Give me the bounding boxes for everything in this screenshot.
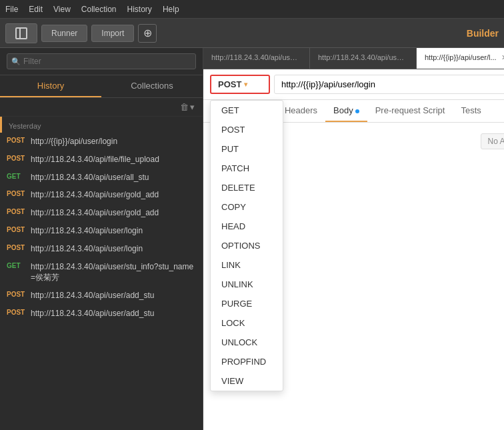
search-bar: 🔍 <box>0 48 203 75</box>
history-url: http://118.24.3.40/api/user/add_stu <box>31 290 154 301</box>
request-tabs-row: http://118.24.3.40/api/user... http://11… <box>203 48 504 69</box>
history-url: http://118.24.3.40/api/user/all_stu <box>31 172 149 183</box>
history-url: http://{{ip}}/api/user/login <box>31 136 117 147</box>
menu-edit[interactable]: Edit <box>29 5 43 14</box>
request-tab-1-url: http://118.24.3.40/api/user... <box>318 53 409 61</box>
menu-view[interactable]: View <box>53 5 71 14</box>
dropdown-arrow-icon: ▾ <box>190 102 195 112</box>
tab-history[interactable]: History <box>0 75 101 97</box>
dropdown-method-item[interactable]: POST <box>211 120 283 139</box>
history-item[interactable]: GET http://118.24.3.40/api/user/all_stu <box>0 169 203 187</box>
sub-tab-pre-request-script[interactable]: Pre-request Script <box>367 100 453 122</box>
menu-history[interactable]: History <box>127 5 152 14</box>
toolbar: Runner Import ⊕ Builder <box>0 19 504 48</box>
dropdown-method-item[interactable]: UNLOCK <box>211 333 283 352</box>
history-item[interactable]: POST http://{{ip}}/api/user/login <box>0 133 203 151</box>
dropdown-method-item[interactable]: PROPFIND <box>211 352 283 371</box>
history-item[interactable]: POST http://118.24.3.40/api/user/login <box>0 240 203 258</box>
history-item[interactable]: POST http://118.24.3.40/api/user/add_stu <box>0 305 203 323</box>
dropdown-method-item[interactable]: PURGE <box>211 294 283 313</box>
history-list: Yesterday POST http://{{ip}}/api/user/lo… <box>0 117 203 430</box>
sidebar: 🔍 History Collections 🗑 ▾ Yesterday POST… <box>0 48 203 430</box>
menu-bar: File Edit View Collection History Help <box>0 0 504 19</box>
sub-tab-body[interactable]: Body <box>325 100 367 122</box>
dropdown-method-item[interactable]: GET <box>211 101 283 120</box>
request-tab-0-url: http://118.24.3.40/api/user... <box>211 53 302 61</box>
builder-label: Builder <box>467 28 499 39</box>
method-dropdown-menu: GETPOSTPUTPATCHDELETECOPYHEADOPTIONSLINK… <box>210 100 283 391</box>
sidebar-tabs: History Collections <box>0 75 203 98</box>
method-badge: POST <box>7 290 27 298</box>
history-url: http://118.24.3.40/api/user/stu_info?stu… <box>31 261 196 284</box>
history-url: http://118.24.3.40/api/user/gold_add <box>31 189 159 201</box>
method-badge: GET <box>7 261 27 269</box>
method-badge: POST <box>7 207 27 215</box>
history-item[interactable]: POST http://118.24.3.40/api/user/gold_ad… <box>0 186 203 204</box>
search-input[interactable] <box>7 53 196 69</box>
history-item[interactable]: POST http://118.24.3.40/api/user/login <box>0 222 203 240</box>
main-container: 🔍 History Collections 🗑 ▾ Yesterday POST… <box>0 48 504 430</box>
history-url: http://118.24.3.40/api/user/login <box>31 225 143 237</box>
request-tab-2[interactable]: http://{{ip}}/api/user/l... ✕ <box>417 48 504 69</box>
dropdown-method-item[interactable]: LOCK <box>211 313 283 333</box>
right-panel: http://118.24.3.40/api/user... http://11… <box>203 48 504 430</box>
trash-icon: 🗑 <box>180 102 189 112</box>
dropdown-method-item[interactable]: PUT <box>211 139 283 159</box>
request-tab-2-url: http://{{ip}}/api/user/l... <box>425 53 497 61</box>
method-badge: POST <box>7 308 27 316</box>
request-tab-0[interactable]: http://118.24.3.40/api/user... <box>203 48 310 69</box>
close-tab-icon[interactable]: ✕ <box>501 53 504 61</box>
new-request-button[interactable]: ⊕ <box>138 24 157 43</box>
request-bar: POST ▾ GETPOSTPUTPATCHDELETECOPYHEADOPTI… <box>203 69 504 100</box>
history-item[interactable]: POST http://118.24.3.40/api/user/gold_ad… <box>0 204 203 222</box>
sub-tab-headers[interactable]: Headers <box>277 100 325 122</box>
menu-help[interactable]: Help <box>163 5 179 14</box>
dropdown-method-item[interactable]: UNLINK <box>211 275 283 294</box>
sidebar-toggle-button[interactable] <box>5 23 37 43</box>
method-arrow-icon: ▾ <box>244 81 247 88</box>
method-badge: POST <box>7 225 27 233</box>
dropdown-method-item[interactable]: HEAD <box>211 217 283 236</box>
no-auth-badge: No Auth <box>481 133 504 149</box>
dropdown-method-item[interactable]: COPY <box>211 197 283 217</box>
dropdown-method-item[interactable]: OPTIONS <box>211 236 283 255</box>
runner-button[interactable]: Runner <box>41 25 87 42</box>
method-badge: POST <box>7 189 27 197</box>
menu-collection[interactable]: Collection <box>81 5 117 14</box>
history-item[interactable]: POST http://118.24.3.40/api/file/file_up… <box>0 151 203 169</box>
history-url: http://118.24.3.40/api/user/add_stu <box>31 308 154 319</box>
url-input[interactable] <box>274 75 504 94</box>
history-url: http://118.24.3.40/api/file/file_upload <box>31 154 159 165</box>
body-dot-indicator <box>355 109 359 113</box>
method-badge: GET <box>7 172 27 180</box>
method-dropdown-trigger[interactable]: POST ▾ <box>210 75 270 94</box>
sub-tab-tests[interactable]: Tests <box>453 100 489 122</box>
tab-collections[interactable]: Collections <box>101 75 203 97</box>
method-badge: POST <box>7 136 27 144</box>
menu-file[interactable]: File <box>5 5 18 14</box>
delete-button[interactable]: 🗑 ▾ <box>177 101 197 113</box>
method-badge: POST <box>7 154 27 162</box>
history-url: http://118.24.3.40/api/user/gold_add <box>31 207 159 219</box>
history-item[interactable]: GET http://118.24.3.40/api/user/stu_info… <box>0 258 203 287</box>
sidebar-icon <box>15 27 27 39</box>
search-icon: 🔍 <box>11 57 21 66</box>
request-tab-1[interactable]: http://118.24.3.40/api/user... <box>310 48 417 69</box>
method-badge: POST <box>7 243 27 251</box>
dropdown-method-item[interactable]: PATCH <box>211 159 283 178</box>
dropdown-method-item[interactable]: LINK <box>211 255 283 275</box>
new-request-icon: ⊕ <box>143 27 152 39</box>
dropdown-method-item[interactable]: DELETE <box>211 178 283 197</box>
import-label: Import <box>101 29 124 38</box>
sidebar-actions: 🗑 ▾ <box>0 98 203 117</box>
section-yesterday: Yesterday <box>0 117 203 133</box>
history-item[interactable]: POST http://118.24.3.40/api/user/add_stu <box>0 287 203 305</box>
history-url: http://118.24.3.40/api/user/login <box>31 243 143 255</box>
runner-label: Runner <box>51 29 77 38</box>
import-button[interactable]: Import <box>91 25 134 42</box>
dropdown-method-item[interactable]: VIEW <box>211 371 283 391</box>
method-label: POST <box>218 79 241 89</box>
